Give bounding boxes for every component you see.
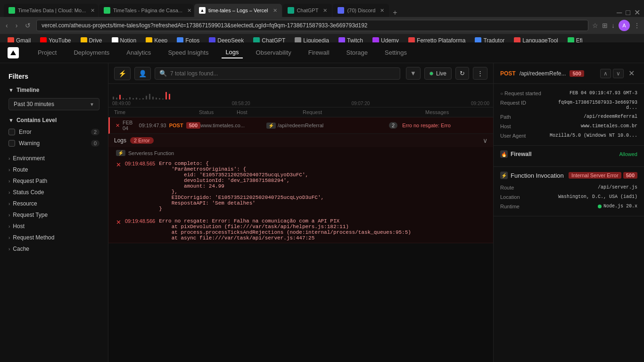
new-tab-button[interactable]: + — [390, 8, 400, 17]
tab-4-favicon — [288, 7, 294, 14]
menu-icon[interactable]: ⋮ — [634, 22, 640, 29]
nav-logs[interactable]: Logs — [222, 47, 242, 58]
request-path-label: Request Path — [13, 178, 47, 184]
search-dropdown-button[interactable]: ▼ — [406, 67, 421, 80]
profile-avatar[interactable]: A — [619, 20, 630, 31]
rp-request-section: ○ Request started FEB 04 09:19:47.93 GMT… — [494, 84, 644, 146]
nav-analytics[interactable]: Analytics — [123, 47, 155, 58]
filter-warning[interactable]: Warning 0 — [4, 138, 104, 149]
maximize-button[interactable]: □ — [626, 8, 630, 17]
filter-warning-count: 0 — [91, 140, 99, 147]
close-button[interactable]: ✕ — [634, 8, 640, 17]
tab-3-close[interactable]: ✕ — [273, 8, 277, 14]
download-icon[interactable]: ↓ — [611, 22, 615, 29]
tab-2[interactable]: TimeTales - Página de Casa... ✕ — [99, 4, 193, 17]
tab-4-close[interactable]: ✕ — [323, 8, 327, 14]
timeline-bar — [169, 94, 170, 99]
tab-3-label: time-tales – Logs – Vercel — [208, 8, 268, 13]
sidebar-item-environment[interactable]: › Environment — [4, 153, 104, 164]
rp-next-button[interactable]: ∨ — [613, 69, 624, 78]
logs-detail-title: Logs 2 Error — [114, 137, 154, 144]
sidebar-item-route[interactable]: › Route — [4, 164, 104, 175]
filter-error[interactable]: Error 2 — [4, 126, 104, 138]
resource-chevron-icon: › — [8, 201, 10, 206]
nav-speed-insights[interactable]: Speed Insights — [164, 47, 212, 58]
browser-chrome: TimeTales Data | Cloud: Mo... ✕ TimeTale… — [0, 0, 644, 42]
sidebar-item-resource[interactable]: › Resource — [4, 198, 104, 209]
nav-storage[interactable]: Storage — [343, 47, 372, 58]
rp-host-value: www.timetales.com.br — [581, 123, 637, 129]
minimize-button[interactable]: ─ — [617, 8, 622, 17]
filter-button[interactable]: ⚡ — [114, 67, 131, 80]
live-button[interactable]: Live — [424, 67, 452, 80]
sidebar-item-cache[interactable]: › Cache — [4, 243, 104, 255]
extensions-icon[interactable]: ⊞ — [602, 22, 608, 29]
collapse-icon[interactable]: ∨ — [483, 137, 487, 144]
logs-detail-header[interactable]: Logs 2 Error ∨ — [108, 134, 493, 147]
rp-path: /api/redeemRefe... — [520, 70, 566, 77]
tab-2-close[interactable]: ✕ — [187, 8, 191, 14]
sidebar-timeline-header[interactable]: ▼ Timeline — [4, 84, 104, 96]
log-request-path: /api/redeemReferral — [278, 123, 323, 128]
sidebar-item-request-method[interactable]: › Request Method — [4, 232, 104, 243]
firewall-text: Firewall — [511, 151, 532, 157]
nav-firewall[interactable]: Firewall — [305, 47, 333, 58]
rp-location-value: Washington, D.C., USA (iad1) — [558, 194, 637, 199]
more-options-button[interactable]: ⋮ — [473, 67, 487, 80]
timeline-dropdown[interactable]: Past 30 minutes ▼ — [8, 98, 99, 110]
nav-settings[interactable]: Settings — [381, 47, 411, 58]
sidebar-item-status-code[interactable]: › Status Code — [4, 187, 104, 198]
sidebar-item-request-path[interactable]: › Request Path — [4, 175, 104, 187]
nav-deployments[interactable]: Deployments — [70, 47, 113, 58]
rp-firewall-title: 🔥 Firewall Allowed — [500, 150, 637, 158]
timeline-bar — [132, 98, 134, 99]
filter-error-checkbox[interactable] — [8, 129, 15, 135]
serverless-header: ⚡ Serverless Function — [108, 147, 493, 159]
refresh-button[interactable]: ↻ — [455, 67, 469, 80]
log-row-main[interactable]: ✕ FEB 04 09:19:47.93 POST 500 www.timeta… — [108, 117, 493, 134]
logo-triangle — [10, 50, 16, 55]
logs-detail-label: Logs — [114, 137, 126, 144]
function-status-group: Internal Server Error 500 — [569, 172, 637, 179]
rp-close-button[interactable]: ✕ — [626, 68, 637, 79]
tab-5-close[interactable]: ✕ — [380, 8, 384, 14]
logs-area: ⚡ 👤 🔍 ▼ Live ↻ ⋮ — [108, 63, 493, 362]
log-table-header: Time Status Host Request Messages — [108, 107, 493, 117]
log-messages: 2 Erro no resgate: Erro — [389, 122, 487, 129]
forward-button[interactable]: › — [14, 20, 20, 31]
filter-warning-left: Warning — [8, 140, 40, 147]
sidebar-contains-level-header[interactable]: ▼ Contains Level — [4, 114, 104, 126]
filter-error-count: 2 — [91, 129, 99, 135]
rp-prev-button[interactable]: ∧ — [600, 69, 611, 78]
rp-function-label: ⚡ Function Invocation — [500, 172, 564, 179]
node-runtime-icon — [598, 205, 602, 208]
address-bar[interactable]: vercel.com/atheuus-projects/time-tales/l… — [36, 20, 588, 31]
tab-1-close[interactable]: ✕ — [91, 8, 95, 14]
search-input[interactable] — [155, 67, 400, 80]
tab-2-label: TimeTales - Página de Casa... — [113, 8, 182, 13]
nav-project[interactable]: Project — [34, 47, 60, 58]
sidebar-item-host[interactable]: › Host — [4, 221, 104, 232]
tab-1[interactable]: TimeTales Data | Cloud: Mo... ✕ — [4, 4, 98, 17]
host-chevron-icon: › — [8, 224, 10, 229]
header-time: Time — [114, 109, 199, 115]
rp-user-agent-value: Mozilla/5.0 (Windows NT 10.0... — [550, 133, 637, 138]
timestamp-3: 09:07:20 — [351, 101, 370, 106]
reload-button[interactable]: ↺ — [23, 20, 33, 31]
back-button[interactable]: ‹ — [4, 20, 10, 31]
address-bar-row: ‹ › ↺ vercel.com/atheuus-projects/time-t… — [0, 17, 644, 34]
sidebar-item-request-type[interactable]: › Request Type — [4, 209, 104, 221]
timeline-bar — [123, 98, 124, 99]
app-logo — [8, 47, 19, 58]
entry-1-error-icon: ✕ — [116, 161, 121, 168]
filter-warning-checkbox[interactable] — [8, 140, 15, 147]
tab-4-label: ChatGPT — [297, 8, 319, 13]
tab-3[interactable]: ▲ time-tales – Logs – Vercel ✕ — [194, 4, 282, 17]
sidebar-expandable-section: › Environment › Route › Request Pa — [4, 153, 104, 255]
tab-5[interactable]: (70) Discord ✕ — [333, 4, 389, 17]
bookmark-star-icon[interactable]: ☆ — [592, 22, 598, 29]
user-filter-button[interactable]: 👤 — [134, 67, 151, 80]
tab-3-favicon: ▲ — [199, 7, 206, 14]
tab-4[interactable]: ChatGPT ✕ — [283, 4, 332, 17]
nav-observability[interactable]: Observability — [252, 47, 295, 58]
